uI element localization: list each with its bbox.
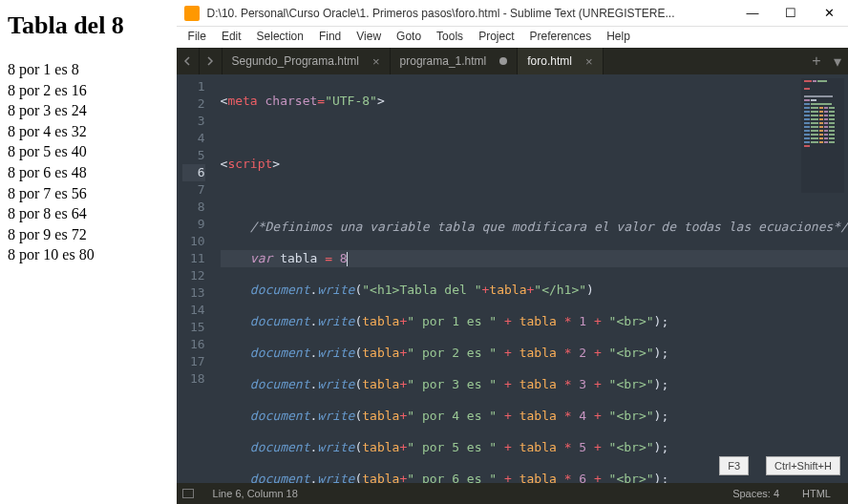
tab-programa-1[interactable]: programa_1.html	[391, 48, 519, 74]
minimize-button[interactable]: —	[733, 0, 772, 27]
menu-help[interactable]: Help	[599, 27, 638, 48]
tab-foro[interactable]: foro.html ×	[518, 48, 603, 74]
statusbar: Line 6, Column 18 Spaces: 4 HTML	[177, 483, 848, 504]
tab-history-back[interactable]	[177, 48, 200, 74]
line-gutter: 1 2 3 4 5 6 7 8 9 10 11 12 13 14 15 16 1…	[177, 74, 215, 483]
output-lines: 8 por 1 es 8 8 por 2 es 16 8 por 3 es 24…	[8, 59, 169, 265]
menu-view[interactable]: View	[349, 27, 389, 48]
code-editor[interactable]: 1 2 3 4 5 6 7 8 9 10 11 12 13 14 15 16 1…	[177, 74, 848, 483]
status-indentation[interactable]: Spaces: 4	[721, 488, 791, 499]
menu-file[interactable]: File	[180, 27, 214, 48]
output-line: 8 por 4 es 32	[8, 121, 169, 142]
tab-label: Segundo_Programa.html	[232, 54, 359, 68]
menu-goto[interactable]: Goto	[389, 27, 429, 48]
hint-f3: F3	[719, 456, 749, 475]
tab-history-forward[interactable]	[200, 48, 223, 74]
panel-switcher-icon[interactable]	[182, 489, 194, 498]
app-icon	[184, 6, 200, 21]
output-line: 8 por 1 es 8	[8, 59, 169, 80]
menu-project[interactable]: Project	[471, 27, 521, 48]
tab-segundo-programa[interactable]: Segundo_Programa.html ×	[223, 48, 391, 74]
tabbar: Segundo_Programa.html × programa_1.html …	[177, 48, 848, 74]
tab-label: programa_1.html	[400, 54, 487, 68]
menu-tools[interactable]: Tools	[429, 27, 471, 48]
titlebar: D:\10. Personal\Curso Oracle\1. Primeros…	[177, 0, 848, 27]
shortcut-hints: F3 Ctrl+Shift+H	[719, 456, 840, 475]
close-button[interactable]: ✕	[810, 0, 848, 27]
output-line: 8 por 5 es 40	[8, 141, 169, 162]
menu-find[interactable]: Find	[311, 27, 349, 48]
output-line: 8 por 7 es 56	[8, 183, 169, 204]
output-line: 8 por 3 es 24	[8, 100, 169, 121]
new-tab-button[interactable]: +	[806, 48, 827, 74]
menu-selection[interactable]: Selection	[249, 27, 311, 48]
maximize-button[interactable]: ☐	[772, 0, 810, 27]
output-line: 8 por 8 es 64	[8, 203, 169, 224]
text-cursor	[347, 252, 348, 266]
window-title: D:\10. Personal\Curso Oracle\1. Primeros…	[207, 7, 733, 20]
browser-output: Tabla del 8 8 por 1 es 8 8 por 2 es 16 8…	[0, 0, 177, 504]
tab-dropdown-button[interactable]: ▾	[827, 48, 848, 74]
status-syntax[interactable]: HTML	[791, 488, 842, 499]
tab-label: foro.html	[527, 54, 572, 68]
status-cursor-position[interactable]: Line 6, Column 18	[201, 488, 309, 499]
sublime-window: D:\10. Personal\Curso Oracle\1. Primeros…	[177, 0, 848, 504]
minimap[interactable]	[801, 78, 844, 193]
close-icon[interactable]: ×	[585, 54, 593, 69]
hint-ctrl-shift-h: Ctrl+Shift+H	[766, 456, 840, 475]
menu-preferences[interactable]: Preferences	[521, 27, 599, 48]
dirty-icon	[499, 57, 507, 65]
output-line: 8 por 9 es 72	[8, 224, 169, 245]
output-line: 8 por 2 es 16	[8, 80, 169, 101]
menu-edit[interactable]: Edit	[214, 27, 249, 48]
menubar: File Edit Selection Find View Goto Tools…	[177, 27, 848, 48]
close-icon[interactable]: ×	[372, 54, 380, 69]
output-line: 8 por 6 es 48	[8, 162, 169, 183]
output-line: 8 por 10 es 80	[8, 244, 169, 265]
code-area[interactable]: <meta charset="UTF-8"> <script> /*Defini…	[215, 74, 848, 483]
page-title: Tabla del 8	[8, 11, 169, 40]
window-controls: — ☐ ✕	[733, 0, 848, 27]
